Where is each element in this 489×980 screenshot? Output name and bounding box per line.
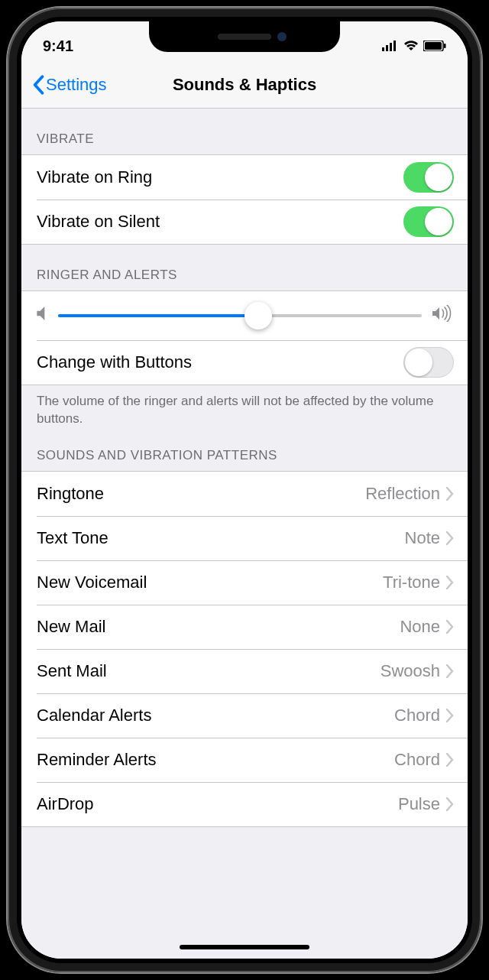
toggle-vibrate-silent[interactable] (403, 206, 454, 237)
chevron-right-icon (446, 797, 454, 811)
row-pattern[interactable]: Calendar AlertsChord (21, 693, 468, 738)
row-label: Text Tone (37, 528, 405, 548)
row-pattern[interactable]: AirDropPulse (21, 782, 468, 826)
toggle-change-with-buttons[interactable] (403, 347, 454, 378)
chevron-right-icon (446, 753, 454, 767)
row-pattern[interactable]: Reminder AlertsChord (21, 738, 468, 782)
row-value: Pulse (398, 794, 440, 814)
row-label: Sent Mail (37, 661, 381, 681)
chevron-right-icon (446, 620, 454, 634)
svg-rect-1 (386, 45, 388, 51)
volume-slider[interactable] (58, 314, 422, 317)
page-title: Sounds & Haptics (173, 75, 316, 95)
screen: 9:41 Settings Sounds & Haptics VI (21, 21, 468, 959)
chevron-right-icon (446, 531, 454, 545)
row-label: Reminder Alerts (37, 750, 394, 770)
section-header-vibrate: VIBRATE (21, 109, 468, 154)
device-frame: 9:41 Settings Sounds & Haptics VI (8, 8, 481, 972)
row-label: Ringtone (37, 484, 365, 504)
volume-high-icon (432, 305, 452, 326)
row-vibrate-silent: Vibrate on Silent (21, 200, 468, 244)
row-pattern[interactable]: Text ToneNote (21, 516, 468, 560)
row-value: Chord (394, 750, 440, 770)
row-volume-slider (21, 291, 468, 340)
row-value: Swoosh (381, 661, 440, 681)
row-value: None (400, 617, 440, 637)
row-value: Note (405, 528, 440, 548)
wifi-icon (403, 37, 419, 55)
svg-rect-2 (390, 43, 392, 51)
home-indicator[interactable] (180, 945, 309, 949)
back-button[interactable]: Settings (24, 75, 107, 95)
slider-thumb[interactable] (244, 302, 272, 329)
row-label: Calendar Alerts (37, 706, 394, 725)
chevron-right-icon (446, 709, 454, 722)
nav-bar: Settings Sounds & Haptics (21, 61, 468, 109)
row-value: Tri-tone (383, 573, 440, 592)
back-label: Settings (46, 75, 107, 95)
chevron-right-icon (446, 664, 454, 678)
toggle-vibrate-ring[interactable] (403, 162, 454, 193)
row-vibrate-ring: Vibrate on Ring (21, 155, 468, 200)
section-header-patterns: SOUNDS AND VIBRATION PATTERNS (21, 433, 468, 471)
row-label: Vibrate on Silent (37, 212, 403, 232)
content[interactable]: VIBRATE Vibrate on Ring Vibrate on Silen… (21, 109, 468, 959)
chevron-left-icon (32, 75, 44, 95)
svg-rect-3 (393, 41, 396, 51)
row-pattern[interactable]: RingtoneReflection (21, 472, 468, 516)
section-header-ringer: RINGER AND ALERTS (21, 245, 468, 290)
section-footer-ringer: The volume of the ringer and alerts will… (21, 385, 468, 433)
svg-rect-0 (382, 47, 384, 51)
svg-rect-5 (425, 42, 442, 50)
chevron-right-icon (446, 576, 454, 589)
chevron-right-icon (446, 487, 454, 501)
battery-icon (423, 37, 446, 55)
row-label: New Voicemail (37, 573, 383, 592)
status-time: 9:41 (43, 37, 73, 55)
row-label: Change with Buttons (37, 352, 403, 372)
svg-rect-6 (444, 44, 446, 48)
notch (149, 21, 340, 52)
row-label: New Mail (37, 617, 400, 637)
row-label: AirDrop (37, 794, 398, 814)
row-value: Reflection (365, 484, 440, 504)
row-value: Chord (394, 706, 440, 725)
row-pattern[interactable]: New MailNone (21, 605, 468, 649)
row-pattern[interactable]: Sent MailSwoosh (21, 649, 468, 693)
volume-low-icon (37, 306, 47, 326)
row-label: Vibrate on Ring (37, 167, 403, 187)
row-change-with-buttons: Change with Buttons (21, 340, 468, 385)
row-pattern[interactable]: New VoicemailTri-tone (21, 560, 468, 605)
cellular-icon (382, 37, 399, 55)
